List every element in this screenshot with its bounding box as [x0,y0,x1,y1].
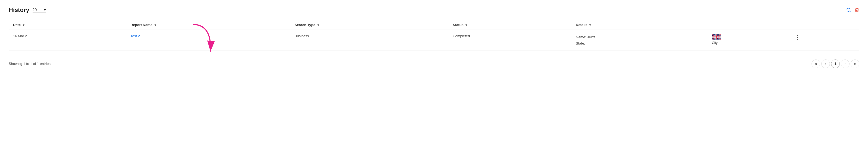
details-line2: State: [576,40,703,47]
showing-entries-text: Showing 1 to 1 of 1 entries [9,62,51,66]
flag-cell: City: [708,30,790,51]
status-value: Completed [453,34,470,38]
col-details[interactable]: Details ▾ [571,20,708,30]
page-1-button[interactable]: 1 [831,59,840,68]
page-title: History [9,6,29,13]
search-type-cell: Business [290,30,448,51]
status-cell: Completed [448,30,571,51]
col-date[interactable]: Date ▾ [9,20,126,30]
per-page-selector[interactable]: 20 10 50 100 ▾ [33,8,46,13]
report-name-cell[interactable]: Test 2 [126,30,290,51]
col-status[interactable]: Status ▾ [448,20,571,30]
col-search-type[interactable]: Search Type ▾ [290,20,448,30]
next-page-button[interactable]: › [841,59,849,68]
header-row: History 20 10 50 100 ▾ [9,6,859,13]
per-page-chevron-icon: ▾ [44,8,46,12]
pagination: « ‹ 1 › » [811,59,859,68]
footer-row: Showing 1 to 1 of 1 entries « ‹ 1 › » [9,57,859,68]
header-icons [846,8,859,12]
history-table: Date ▾ Report Name ▾ Search Type ▾ Statu… [9,20,859,51]
details-cell: Name: Jeitta State: [571,30,708,51]
page-container: History 20 10 50 100 ▾ [0,0,868,151]
delete-button[interactable] [855,8,859,12]
details-sort-icon: ▾ [589,23,591,27]
col-actions [790,20,859,30]
uk-flag-icon [712,34,720,40]
search-type-sort-icon: ▾ [317,23,319,27]
search-button[interactable] [846,8,851,12]
report-name-link[interactable]: Test 2 [130,34,140,38]
city-label: City: [712,41,718,45]
prev-page-button[interactable]: ‹ [821,59,830,68]
report-name-sort-icon: ▾ [155,23,156,27]
header-left: History 20 10 50 100 ▾ [9,6,46,13]
date-cell: 16 Mar 21 [9,30,126,51]
col-flag [708,20,790,30]
table-row: 16 Mar 21 Test 2 Business Completed Name… [9,30,859,51]
col-report-name[interactable]: Report Name ▾ [126,20,290,30]
table-body: 16 Mar 21 Test 2 Business Completed Name… [9,30,859,51]
details-line1: Name: Jeitta [576,34,703,40]
actions-cell[interactable]: ⋮ [790,30,859,51]
per-page-select-input[interactable]: 20 10 50 100 [33,8,43,12]
table-header: Date ▾ Report Name ▾ Search Type ▾ Statu… [9,20,859,30]
row-actions-button[interactable]: ⋮ [795,34,801,40]
date-sort-icon: ▾ [23,23,25,27]
last-page-button[interactable]: » [850,59,859,68]
svg-line-1 [849,11,850,12]
first-page-button[interactable]: « [811,59,820,68]
status-sort-icon: ▾ [465,23,467,27]
